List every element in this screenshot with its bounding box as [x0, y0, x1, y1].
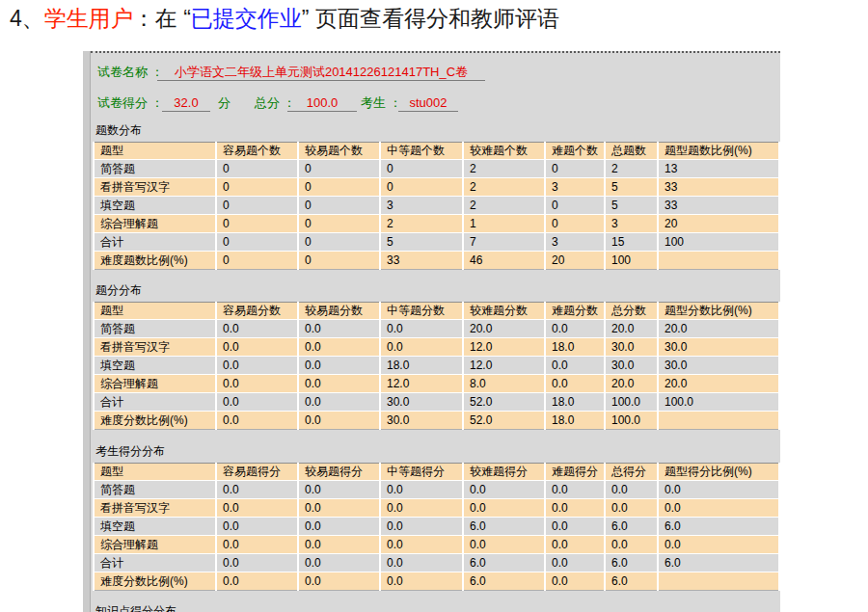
knowledge-point-section-title: 知识点得分分布 — [95, 604, 176, 612]
table-row: 综合理解题00210320 — [94, 215, 779, 233]
value-cell: 20.0 — [605, 320, 658, 338]
total-score-value: 100.0 — [287, 94, 357, 112]
exam-score-value: 32.0 — [162, 94, 210, 112]
value-cell: 100 — [605, 252, 658, 270]
value-cell: 0 — [545, 197, 605, 215]
value-cell: 0.0 — [380, 536, 463, 554]
value-cell: 0.0 — [605, 481, 658, 499]
value-cell: 0 — [216, 197, 298, 215]
value-cell: 0.0 — [658, 481, 779, 499]
question-count-table-block: 题数分布题型容易题个数较易题个数中等题个数较难题个数难题个数总题数题型题数比例(… — [93, 123, 778, 270]
value-cell: 0.0 — [216, 481, 298, 499]
question-score-table-block: 题分分布题型容易题分数较易题分数中等题分数较难题分数难题分数总分数题型分数比例(… — [93, 283, 778, 430]
student-value: stu002 — [398, 94, 458, 112]
header-cell: 容易题个数 — [216, 143, 298, 160]
header-cell: 题型分数比例(%) — [658, 303, 779, 320]
table-row: 难度分数比例(%)0.00.00.06.00.06.0 — [94, 572, 779, 591]
row-label: 综合理解题 — [94, 215, 216, 233]
section-title-question-score-distribution: 题分分布 — [95, 283, 778, 298]
row-label: 难度题数比例(%) — [94, 252, 216, 270]
exam-score-row: 试卷得分 ： 32.0 分 总分 ： 100.0 考生 ： stu002 — [97, 94, 773, 112]
value-cell: 2 — [380, 215, 463, 233]
header-cell: 题型得分比例(%) — [658, 464, 779, 481]
value-cell: 0 — [298, 178, 380, 197]
value-cell: 3 — [545, 178, 605, 197]
value-cell: 8.0 — [463, 375, 545, 393]
row-label: 难度分数比例(%) — [94, 572, 216, 591]
value-cell: 0.0 — [216, 499, 298, 518]
row-label: 综合理解题 — [94, 375, 216, 393]
row-label: 合计 — [94, 554, 216, 572]
header-cell: 题型 — [94, 464, 216, 481]
value-cell: 2 — [605, 160, 658, 178]
table-row: 简答题0.00.00.00.00.00.00.0 — [94, 481, 779, 499]
value-cell: 0.0 — [463, 481, 545, 499]
value-cell: 0.0 — [216, 393, 298, 412]
value-cell: 20.0 — [605, 375, 658, 393]
row-label: 填空题 — [94, 197, 216, 215]
title-mid1: ：在 “ — [133, 6, 191, 31]
row-label: 看拼音写汉字 — [94, 338, 216, 357]
value-cell: 5 — [380, 233, 463, 252]
value-cell: 0.0 — [298, 393, 380, 412]
row-label: 合计 — [94, 393, 216, 412]
value-cell: 0.0 — [216, 554, 298, 572]
page-title: 4、学生用户：在 “已提交作业” 页面查看得分和教师评语 — [10, 5, 559, 32]
table-row: 简答题00020213 — [94, 160, 779, 178]
value-cell: 33 — [380, 252, 463, 270]
table-row: 看拼音写汉字0.00.00.00.00.00.00.0 — [94, 499, 779, 518]
value-cell: 0 — [545, 215, 605, 233]
value-cell: 18.0 — [545, 393, 605, 412]
value-cell: 100 — [658, 233, 779, 252]
value-cell: 0 — [380, 178, 463, 197]
exam-name-label: 试卷名称 ： — [97, 64, 164, 81]
value-cell — [658, 412, 779, 430]
header-cell: 较难题个数 — [463, 143, 545, 160]
header-cell: 容易题得分 — [216, 464, 298, 481]
value-cell: 20.0 — [658, 375, 779, 393]
row-label: 填空题 — [94, 518, 216, 536]
value-cell: 0.0 — [216, 572, 298, 591]
value-cell: 52.0 — [463, 412, 545, 430]
header-cell: 总分数 — [605, 303, 658, 320]
value-cell: 46 — [463, 252, 545, 270]
value-cell: 6.0 — [463, 518, 545, 536]
row-label: 看拼音写汉字 — [94, 178, 216, 197]
value-cell: 0 — [298, 197, 380, 215]
value-cell: 6.0 — [605, 554, 658, 572]
value-cell: 0.0 — [298, 338, 380, 357]
value-cell: 0.0 — [380, 481, 463, 499]
value-cell: 0 — [380, 160, 463, 178]
value-cell: 0.0 — [380, 572, 463, 591]
value-cell: 0 — [545, 160, 605, 178]
value-cell: 0 — [298, 215, 380, 233]
row-label: 看拼音写汉字 — [94, 499, 216, 518]
score-unit: 分 — [218, 94, 231, 112]
value-cell: 5 — [605, 178, 658, 197]
value-cell: 6.0 — [463, 572, 545, 591]
table-student-score-distribution: 题型容易题得分较易题得分中等题得分较难题得分难题得分总得分题型得分比例(%)简答… — [93, 463, 780, 591]
table-row: 填空题0.00.018.012.00.030.030.0 — [94, 357, 779, 375]
value-cell: 18.0 — [545, 412, 605, 430]
value-cell: 30.0 — [380, 393, 463, 412]
value-cell: 0.0 — [216, 357, 298, 375]
table-question-score-distribution: 题型容易题分数较易题分数中等题分数较难题分数难题分数总分数题型分数比例(%)简答… — [93, 302, 780, 430]
value-cell: 30.0 — [658, 338, 779, 357]
table-row: 综合理解题0.00.012.08.00.020.020.0 — [94, 375, 779, 393]
table-row: 合计0057315100 — [94, 233, 779, 252]
value-cell: 0.0 — [545, 536, 605, 554]
value-cell: 0.0 — [605, 536, 658, 554]
row-label: 综合理解题 — [94, 536, 216, 554]
value-cell: 2 — [463, 178, 545, 197]
table-row: 填空题00320533 — [94, 197, 779, 215]
table-row: 简答题0.00.00.020.00.020.020.0 — [94, 320, 779, 338]
value-cell: 12.0 — [463, 357, 545, 375]
value-cell: 0.0 — [658, 536, 779, 554]
value-cell: 0.0 — [298, 412, 380, 430]
value-cell: 0.0 — [298, 357, 380, 375]
table-row: 看拼音写汉字00023533 — [94, 178, 779, 197]
value-cell: 0.0 — [545, 572, 605, 591]
value-cell: 0.0 — [605, 499, 658, 518]
value-cell: 0 — [216, 252, 298, 270]
row-label: 简答题 — [94, 481, 216, 499]
